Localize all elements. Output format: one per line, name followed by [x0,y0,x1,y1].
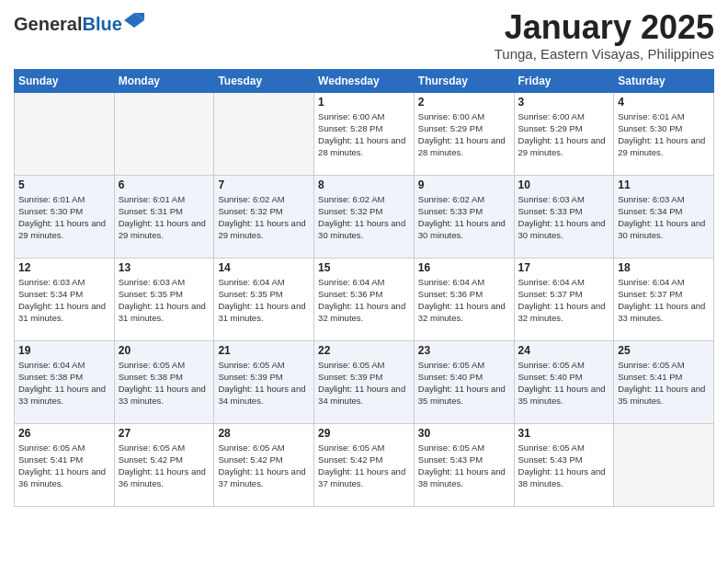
calendar-cell: 1Sunrise: 6:00 AMSunset: 5:28 PMDaylight… [314,92,415,175]
day-number: 29 [318,427,410,440]
sunrise-text: Sunrise: 6:00 AM [518,111,585,121]
day-info: Sunrise: 6:03 AMSunset: 5:35 PMDaylight:… [119,276,210,325]
sunset-text: Sunset: 5:28 PM [318,123,382,133]
day-info: Sunrise: 6:03 AMSunset: 5:33 PMDaylight:… [518,193,610,242]
day-number: 11 [618,178,710,191]
sunset-text: Sunset: 5:35 PM [218,289,282,299]
day-number: 9 [418,178,510,191]
logo-general-text: General [14,14,82,34]
calendar-cell: 24Sunrise: 6:05 AMSunset: 5:40 PMDayligh… [514,340,614,423]
day-number: 28 [218,427,310,440]
daylight-text: Daylight: 11 hours and 35 minutes. [418,384,506,406]
day-number: 12 [18,261,110,274]
day-number: 7 [218,178,310,191]
sunrise-text: Sunrise: 6:04 AM [518,277,585,287]
sunrise-text: Sunrise: 6:01 AM [618,111,684,121]
sunset-text: Sunset: 5:30 PM [18,206,83,216]
calendar-cell: 13Sunrise: 6:03 AMSunset: 5:35 PMDayligh… [114,258,214,340]
day-number: 2 [418,96,510,109]
calendar-cell: 11Sunrise: 6:03 AMSunset: 5:34 PMDayligh… [614,175,714,258]
day-info: Sunrise: 6:04 AMSunset: 5:38 PMDaylight:… [18,359,110,408]
day-number: 4 [618,96,710,109]
day-info: Sunrise: 6:04 AMSunset: 5:36 PMDaylight:… [318,276,410,325]
sunset-text: Sunset: 5:34 PM [618,206,682,216]
sunrise-text: Sunrise: 6:05 AM [119,360,185,370]
calendar-cell [614,423,714,506]
header-day-thursday: Thursday [414,69,514,92]
calendar-cell: 5Sunrise: 6:01 AMSunset: 5:30 PMDaylight… [15,175,115,258]
daylight-text: Daylight: 11 hours and 32 minutes. [518,301,606,323]
day-number: 26 [18,427,110,440]
sunset-text: Sunset: 5:37 PM [518,289,583,299]
calendar-cell: 27Sunrise: 6:05 AMSunset: 5:42 PMDayligh… [114,423,214,506]
daylight-text: Daylight: 11 hours and 36 minutes. [18,466,106,488]
daylight-text: Daylight: 11 hours and 33 minutes. [18,384,106,406]
calendar-cell: 8Sunrise: 6:02 AMSunset: 5:32 PMDaylight… [314,175,415,258]
daylight-text: Daylight: 11 hours and 29 minutes. [119,218,206,240]
sunset-text: Sunset: 5:31 PM [119,206,183,216]
calendar-cell [214,92,314,175]
sunset-text: Sunset: 5:29 PM [518,123,583,133]
daylight-text: Daylight: 11 hours and 34 minutes. [218,384,305,406]
day-number: 25 [618,344,710,357]
day-info: Sunrise: 6:01 AMSunset: 5:31 PMDaylight:… [119,193,210,242]
location-title: Tunga, Eastern Visayas, Philippines [495,46,714,62]
day-number: 13 [119,261,210,274]
month-title: January 2025 [495,9,714,46]
logo-flag-icon [124,13,144,28]
day-info: Sunrise: 6:05 AMSunset: 5:42 PMDaylight:… [119,442,210,490]
calendar-cell: 18Sunrise: 6:04 AMSunset: 5:37 PMDayligh… [614,258,714,340]
day-info: Sunrise: 6:05 AMSunset: 5:39 PMDaylight:… [318,359,410,408]
calendar-table: SundayMondayTuesdayWednesdayThursdayFrid… [14,69,714,507]
sunrise-text: Sunrise: 6:04 AM [18,360,85,370]
calendar-week-row: 26Sunrise: 6:05 AMSunset: 5:41 PMDayligh… [15,423,714,506]
daylight-text: Daylight: 11 hours and 31 minutes. [18,301,106,323]
day-info: Sunrise: 6:05 AMSunset: 5:40 PMDaylight:… [418,359,510,408]
sunrise-text: Sunrise: 6:03 AM [119,277,185,287]
sunset-text: Sunset: 5:38 PM [18,372,83,382]
sunset-text: Sunset: 5:35 PM [119,289,183,299]
daylight-text: Daylight: 11 hours and 30 minutes. [518,218,606,240]
sunrise-text: Sunrise: 6:05 AM [518,360,585,370]
calendar-cell: 7Sunrise: 6:02 AMSunset: 5:32 PMDaylight… [214,175,314,258]
daylight-text: Daylight: 11 hours and 33 minutes. [618,301,705,323]
calendar-cell: 10Sunrise: 6:03 AMSunset: 5:33 PMDayligh… [514,175,614,258]
daylight-text: Daylight: 11 hours and 36 minutes. [119,466,206,488]
day-info: Sunrise: 6:01 AMSunset: 5:30 PMDaylight:… [18,193,110,242]
day-number: 31 [518,427,610,440]
daylight-text: Daylight: 11 hours and 33 minutes. [119,384,206,406]
day-number: 16 [418,261,510,274]
sunset-text: Sunset: 5:30 PM [618,123,682,133]
day-number: 1 [318,96,410,109]
day-info: Sunrise: 6:05 AMSunset: 5:41 PMDaylight:… [18,442,110,490]
calendar-cell: 28Sunrise: 6:05 AMSunset: 5:42 PMDayligh… [214,423,314,506]
calendar-cell: 12Sunrise: 6:03 AMSunset: 5:34 PMDayligh… [15,258,115,340]
calendar-cell: 26Sunrise: 6:05 AMSunset: 5:41 PMDayligh… [15,423,115,506]
logo: GeneralBlue [14,14,144,34]
daylight-text: Daylight: 11 hours and 29 minutes. [518,135,606,157]
sunset-text: Sunset: 5:33 PM [518,206,583,216]
sunrise-text: Sunrise: 6:02 AM [218,194,284,204]
day-info: Sunrise: 6:04 AMSunset: 5:37 PMDaylight:… [618,276,710,325]
daylight-text: Daylight: 11 hours and 30 minutes. [618,218,705,240]
sunrise-text: Sunrise: 6:04 AM [318,277,384,287]
day-info: Sunrise: 6:00 AMSunset: 5:29 PMDaylight:… [418,110,510,159]
sunrise-text: Sunrise: 6:00 AM [418,111,484,121]
sunrise-text: Sunrise: 6:05 AM [218,360,284,370]
day-info: Sunrise: 6:02 AMSunset: 5:32 PMDaylight:… [218,193,310,242]
header-row: SundayMondayTuesdayWednesdayThursdayFrid… [15,69,714,92]
day-number: 20 [119,344,210,357]
day-number: 3 [518,96,610,109]
sunset-text: Sunset: 5:43 PM [418,454,483,465]
calendar-cell: 30Sunrise: 6:05 AMSunset: 5:43 PMDayligh… [414,423,514,506]
day-number: 27 [119,427,210,440]
day-info: Sunrise: 6:03 AMSunset: 5:34 PMDaylight:… [18,276,110,325]
sunset-text: Sunset: 5:32 PM [218,206,282,216]
sunset-text: Sunset: 5:40 PM [518,372,583,382]
calendar-week-row: 1Sunrise: 6:00 AMSunset: 5:28 PMDaylight… [15,92,714,175]
sunrise-text: Sunrise: 6:05 AM [618,360,684,370]
daylight-text: Daylight: 11 hours and 35 minutes. [518,384,606,406]
day-number: 5 [18,178,110,191]
calendar-week-row: 12Sunrise: 6:03 AMSunset: 5:34 PMDayligh… [15,258,714,340]
day-number: 21 [218,344,310,357]
